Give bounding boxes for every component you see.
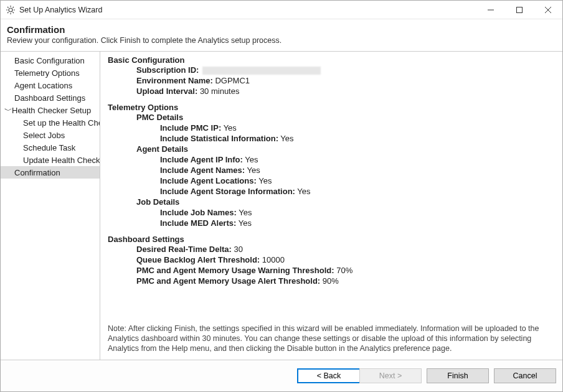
nav-button-group: < Back Next > <box>297 368 422 383</box>
nav-health-checker-setup[interactable]: ﹀Health Checker Setup <box>1 104 100 116</box>
nav-dashboard-settings[interactable]: Dashboard Settings <box>1 91 100 104</box>
stat-info-row: Include Statistical Information: Yes <box>108 133 555 144</box>
svg-line-7 <box>7 12 9 13</box>
finish-button[interactable]: Finish <box>427 368 489 383</box>
nav-basic-configuration[interactable]: Basic Configuration <box>1 54 100 67</box>
wizard-footer: < Back Next > Finish Cancel <box>1 360 562 391</box>
wizard-header: Confirmation Review your configuration. … <box>1 19 562 52</box>
close-button[interactable] <box>534 1 562 19</box>
nav-select-jobs[interactable]: Select Jobs <box>1 129 100 141</box>
svg-point-0 <box>9 8 12 12</box>
page-title: Confirmation <box>7 24 556 35</box>
chevron-down-icon: ﹀ <box>4 105 12 116</box>
telemetry-section: Telemetry Options PMC Details Include PM… <box>108 103 555 228</box>
nav-schedule-task[interactable]: Schedule Task <box>1 141 100 154</box>
pmc-details-title: PMC Details <box>108 112 555 123</box>
back-button[interactable]: < Back <box>297 368 359 383</box>
agent-storage-row: Include Agent Storage Information: Yes <box>108 186 555 197</box>
job-details-title: Job Details <box>108 197 555 207</box>
svg-rect-10 <box>517 7 523 12</box>
queue-row: Queue Backlog Alert Threshold: 10000 <box>108 254 555 265</box>
agent-ip-row: Include Agent IP Info: Yes <box>108 154 555 165</box>
nav-confirmation[interactable]: Confirmation <box>1 166 100 179</box>
agent-names-row: Include Agent Names: Yes <box>108 165 555 175</box>
nav-update-health-checker[interactable]: Update Health Checker <box>1 154 100 166</box>
delta-row: Desired Real-Time Delta: 30 <box>108 244 555 254</box>
next-button: Next > <box>359 368 422 383</box>
subscription-id-value-redacted <box>202 67 321 75</box>
subscription-id-row: Subscription ID: <box>108 65 555 75</box>
dashboard-title: Dashboard Settings <box>108 235 555 244</box>
basic-config-title: Basic Configuration <box>108 55 555 65</box>
wizard-window: Set Up Analytics Wizard Confirmation Rev… <box>0 0 563 392</box>
agent-loc-row: Include Agent Locations: Yes <box>108 175 555 186</box>
agent-details-title: Agent Details <box>108 144 555 154</box>
svg-line-5 <box>7 7 9 8</box>
alert-row: PMC and Agent Memory Usage Alert Thresho… <box>108 276 555 286</box>
pmc-ip-row: Include PMC IP: Yes <box>108 123 555 133</box>
page-subtitle: Review your configuration. Click Finish … <box>7 36 556 45</box>
job-names-row: Include Job Names: Yes <box>108 207 555 218</box>
upload-interval-row: Upload Interval: 30 minutes <box>108 86 555 96</box>
app-gear-icon <box>6 5 16 15</box>
svg-line-8 <box>13 7 14 8</box>
cancel-button[interactable]: Cancel <box>494 368 556 383</box>
dashboard-section: Dashboard Settings Desired Real-Time Del… <box>108 235 555 286</box>
svg-line-6 <box>13 12 14 13</box>
warn-row: PMC and Agent Memory Usage Warning Thres… <box>108 265 555 276</box>
wizard-body: Basic Configuration Telemetry Options Ag… <box>1 52 562 360</box>
environment-name-row: Environment Name: DGPMC1 <box>108 75 555 86</box>
confirmation-content: Basic Configuration Subscription ID: Env… <box>100 52 562 360</box>
finish-note: Note: After clicking Finish, the setting… <box>108 315 555 356</box>
titlebar: Set Up Analytics Wizard <box>1 1 562 19</box>
maximize-button[interactable] <box>505 1 534 19</box>
minimize-icon <box>488 7 494 13</box>
nav-agent-locations[interactable]: Agent Locations <box>1 79 100 91</box>
wizard-step-nav[interactable]: Basic Configuration Telemetry Options Ag… <box>1 52 100 360</box>
maximize-icon <box>516 7 523 13</box>
nav-telemetry-options[interactable]: Telemetry Options <box>1 67 100 79</box>
med-alerts-row: Include MED Alerts: Yes <box>108 218 555 228</box>
basic-config-section: Basic Configuration Subscription ID: Env… <box>108 55 555 96</box>
window-title: Set Up Analytics Wizard <box>19 6 102 14</box>
nav-setup-health-checker[interactable]: Set up the Health Checker <box>1 116 100 129</box>
minimize-button[interactable] <box>476 1 505 19</box>
close-icon <box>545 7 551 13</box>
telemetry-title: Telemetry Options <box>108 103 555 112</box>
